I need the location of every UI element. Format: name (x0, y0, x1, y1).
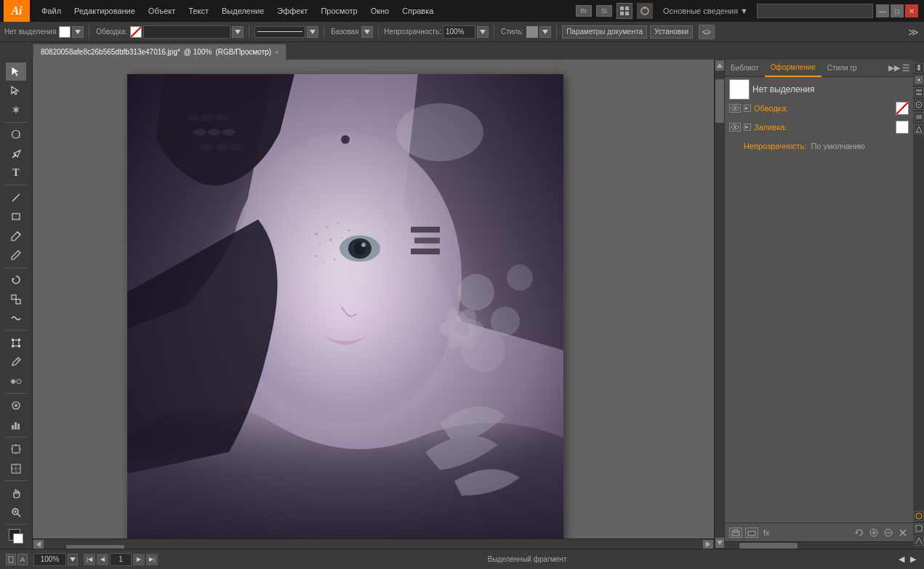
page-last-button[interactable]: ▶| (146, 554, 158, 565)
settings-button[interactable]: Установки (650, 25, 693, 39)
status-icon-1[interactable] (6, 554, 16, 565)
search-input[interactable] (757, 4, 873, 18)
fx-icon[interactable]: fx (761, 528, 772, 537)
slice-tool[interactable] (6, 460, 26, 478)
line-style-dropdown[interactable] (307, 26, 318, 38)
stroke-value-input[interactable] (143, 25, 230, 39)
workspace-dropdown-icon[interactable]: ▼ (740, 7, 748, 15)
h-scroll-thumb[interactable] (66, 545, 124, 549)
menu-object[interactable]: Объект (142, 4, 181, 18)
rotate-tool[interactable] (6, 271, 26, 289)
panel-more-icon[interactable]: ▶▶ ☰ (885, 63, 913, 73)
cs-live-icon[interactable] (699, 25, 715, 39)
close-button[interactable]: ✕ (905, 4, 918, 17)
paintbrush-tool[interactable] (6, 227, 26, 246)
panel-hscrollbar[interactable] (725, 541, 913, 549)
page-next-button[interactable]: ▶ (133, 554, 145, 565)
menu-effect[interactable]: Эффект (271, 4, 313, 18)
tab-styles[interactable]: Стили гр (821, 60, 863, 77)
toolbar-overflow-icon[interactable]: ≫ (905, 25, 921, 39)
stroke-expand-icon[interactable] (744, 105, 751, 112)
stroke-dropdown[interactable] (232, 26, 244, 38)
panel-icon-1[interactable] (914, 62, 924, 73)
minimize-button[interactable]: — (876, 4, 889, 17)
scroll-down-button[interactable] (715, 538, 724, 548)
kuler-icon[interactable] (637, 3, 653, 19)
maximize-button[interactable]: □ (891, 4, 904, 17)
zoom-tool[interactable] (6, 504, 26, 522)
fill-color-indicator[interactable] (896, 121, 909, 134)
direct-selection-tool[interactable] (6, 82, 26, 100)
magic-wand-tool[interactable] (6, 101, 26, 119)
panel-icon-3[interactable] (914, 87, 924, 97)
line-style-swatch[interactable] (254, 26, 305, 38)
page-first-button[interactable]: |◀ (84, 554, 95, 565)
stroke-visibility-icon[interactable] (729, 104, 741, 113)
stroke-row[interactable]: Обводка: (725, 99, 913, 118)
symbol-sprayer-tool[interactable] (6, 397, 26, 415)
workspace-icon[interactable] (616, 3, 632, 19)
fill-expand-icon[interactable] (744, 124, 751, 131)
menu-window[interactable]: Окно (365, 4, 395, 18)
page-input[interactable] (110, 553, 132, 566)
rectangle-tool[interactable] (6, 208, 26, 226)
fill-color-swatch[interactable] (13, 533, 23, 544)
stroke-link[interactable]: Обводка: (754, 104, 788, 113)
style-swatch[interactable] (526, 26, 538, 38)
scroll-left-button[interactable] (33, 540, 44, 549)
horizontal-scrollbar[interactable] (33, 538, 714, 549)
page-prev-button[interactable]: ◀ (97, 554, 108, 565)
device-central-icon[interactable]: Si (596, 5, 612, 17)
pencil-tool[interactable] (6, 246, 26, 265)
panel-icon-bottom-1[interactable] (914, 511, 924, 521)
scroll-thumb[interactable] (715, 79, 724, 123)
base-dropdown[interactable] (361, 26, 373, 38)
menu-file[interactable]: Файл (36, 4, 67, 18)
selection-dropdown[interactable] (72, 26, 84, 38)
menu-text[interactable]: Текст (182, 4, 214, 18)
fill-link[interactable]: Заливка: (754, 123, 787, 132)
menu-select[interactable]: Выделение (216, 4, 270, 18)
undo-icon[interactable] (853, 527, 865, 538)
zoom-dropdown[interactable] (68, 554, 78, 565)
lasso-tool[interactable] (6, 126, 26, 144)
panel-hscroll-thumb[interactable] (739, 543, 798, 549)
panel-icon-bottom-2[interactable] (914, 523, 924, 533)
warp-tool[interactable] (6, 310, 26, 328)
status-nav-right[interactable]: ▶ (908, 554, 918, 565)
panel-icon-5[interactable] (914, 112, 924, 122)
status-icon-2[interactable] (17, 554, 28, 565)
tab-appearance[interactable]: Оформление (765, 60, 821, 77)
free-transform-tool[interactable] (6, 334, 26, 352)
close-item-icon[interactable] (897, 527, 909, 538)
zoom-input[interactable] (33, 553, 66, 566)
no-selection-swatch[interactable] (729, 79, 750, 100)
hand-tool[interactable] (6, 484, 26, 502)
scroll-right-button[interactable] (703, 540, 713, 549)
add-item-icon[interactable] (868, 527, 880, 538)
fill-visibility-icon[interactable] (729, 123, 741, 132)
type-tool[interactable]: T (6, 164, 26, 182)
status-nav-left[interactable]: ◀ (896, 554, 907, 565)
stroke-swatch[interactable] (130, 26, 142, 38)
selection-swatch[interactable] (59, 26, 71, 38)
vertical-scrollbar[interactable] (714, 60, 724, 549)
add-layer-icon[interactable] (745, 528, 758, 538)
selection-tool[interactable] (6, 62, 26, 81)
new-layer-icon[interactable] (729, 528, 742, 538)
style-dropdown[interactable] (539, 26, 551, 38)
pen-tool[interactable] (6, 145, 26, 163)
eyedropper-tool[interactable] (6, 353, 26, 371)
column-graph-tool[interactable] (6, 416, 26, 435)
tab-close-icon[interactable]: × (275, 49, 278, 56)
active-tab[interactable]: 80820058afe8c26b565dbfb313e47016.jpg* @ … (33, 44, 286, 60)
tab-library[interactable]: Библиот (725, 60, 765, 77)
scale-tool[interactable] (6, 290, 26, 308)
artboard-tool[interactable] (6, 440, 26, 459)
menu-help[interactable]: Справка (396, 4, 439, 18)
blend-tool[interactable] (6, 372, 26, 390)
delete-item-icon[interactable] (883, 527, 894, 538)
bridge-icon[interactable]: Br (576, 5, 592, 17)
panel-icon-4[interactable] (914, 100, 924, 110)
scroll-up-button[interactable] (715, 60, 724, 70)
